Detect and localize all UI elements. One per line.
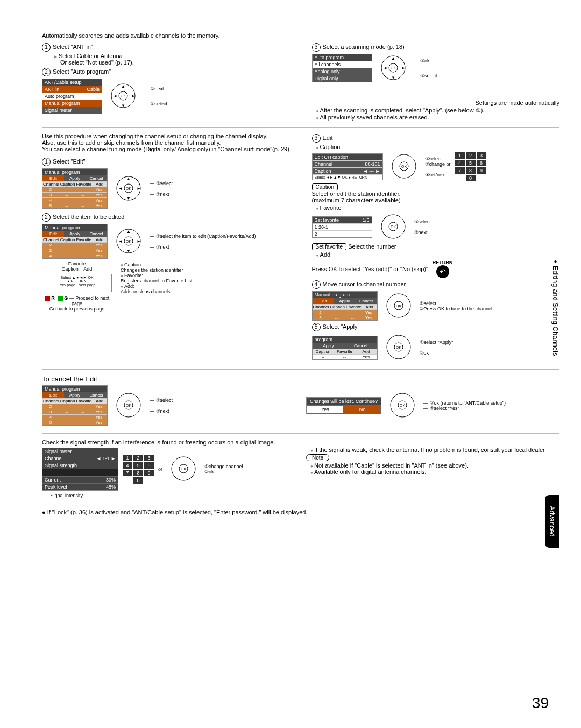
remote-dpad-icon: OK▲▼◄► (380, 54, 407, 82)
svg-text:▼: ▼ (121, 103, 125, 108)
svg-text:OK: OK (395, 304, 401, 308)
svg-text:▼: ▼ (391, 75, 395, 80)
m2-title: Select the item to be edited (53, 214, 124, 220)
svg-text:▲: ▲ (126, 176, 131, 181)
signal-b1: If the signal is weak, check the antenna… (310, 447, 559, 453)
arrow-icon (54, 53, 59, 59)
intro-text: Automatically searches and adds availabl… (42, 32, 559, 39)
svg-text:►: ► (131, 94, 136, 98)
keypad: 123 456 789 0 (123, 455, 154, 484)
setfav-desc: Select the number (348, 243, 396, 250)
edit-ch-caption-box: Edit CH caption Channel80-101 Caption◄ -… (312, 153, 383, 180)
setfav-pill: Set favorite (312, 243, 347, 250)
green-button-icon (58, 296, 63, 301)
remote-dpad-icon: OK (385, 292, 412, 320)
svg-text:◄: ◄ (383, 66, 387, 70)
svg-text:OK: OK (390, 66, 395, 70)
svg-text:◄: ◄ (118, 239, 123, 244)
cancel-table: Manual program EditApplyCancel ChannelCa… (42, 385, 108, 426)
svg-text:OK: OK (400, 404, 405, 407)
favorite-label: Favorite (42, 261, 112, 266)
auto-program-menu: Auto program All channels Analog only Di… (312, 54, 372, 82)
cancel-title: To cancel the Edit (42, 375, 559, 383)
nav-next-label: next (155, 86, 164, 91)
caption-label: Caption (62, 266, 79, 272)
remote-dpad-icon: OK (170, 455, 197, 483)
step3-title: Select a scanning mode (p. 18) (323, 44, 405, 50)
remote-dpad-icon: OK (115, 392, 142, 420)
manual-intro-3: You can select a channel tuning mode (Di… (42, 146, 290, 152)
manual-program-table-2: Manual program EditApplyCancel ChannelCa… (42, 224, 108, 259)
svg-text:OK: OK (181, 467, 186, 471)
caption-desc2: (maximum 7 characters available) (312, 197, 560, 203)
side-tab-advanced: Advanced (545, 495, 559, 548)
e3-caption: Caption (316, 144, 560, 150)
add-desc: Press OK to select "Yes (add)" or "No (s… (312, 266, 428, 272)
remote-dpad-icon: OK (380, 213, 407, 241)
svg-text:◄: ◄ (118, 186, 123, 191)
page-number: 39 (532, 695, 549, 712)
step1-sub1: Select Cable or Antenna (59, 53, 123, 59)
svg-text:OK: OK (390, 225, 395, 229)
svg-text:▲: ▲ (126, 229, 131, 234)
svg-text:OK: OK (401, 165, 406, 168)
nav-select-label: select (155, 101, 168, 107)
red-button-icon (45, 296, 50, 301)
after-scan-b2: All previously saved channels are erased… (316, 114, 560, 121)
keypad: 123 456 789 0 (455, 152, 486, 181)
step-2: 2 (42, 68, 51, 76)
manual-intro-2: Also, use this to add or skip channels f… (42, 139, 290, 146)
manual-intro-1: Use this procedure when changing the cha… (42, 133, 290, 139)
remote-dpad-icon: OK▲▼◄► (115, 175, 142, 203)
remote-dpad-icon: OK▲▼◄► (115, 228, 142, 256)
menu-title: ANT/Cable setup (42, 79, 102, 86)
svg-text:►: ► (137, 186, 141, 191)
confirm-dialog: Changes will be lost. Continue? YesNo (306, 397, 381, 414)
e4-title: Move cursor to channel number (323, 281, 406, 287)
step-1: 1 (42, 43, 51, 52)
signal-intensity-label: Signal intensity (51, 493, 83, 498)
manual-program-table: Manual program EditApplyCancel ChannelCa… (42, 168, 108, 209)
m1-title: Select "Edit" (53, 158, 85, 165)
signal-meter-box: Signal meter Channel◄ 1-1 ► Signal stren… (42, 448, 118, 491)
caption-pill: Caption (312, 183, 338, 190)
after-scan-b1: After the scanning is completed, select … (316, 107, 560, 114)
svg-text:▼: ▼ (126, 196, 131, 201)
svg-text:OK: OK (395, 345, 401, 349)
svg-text:▲: ▲ (121, 84, 125, 89)
svg-text:►: ► (401, 66, 406, 70)
signal-intro: Check the signal strength if an interfer… (42, 439, 559, 446)
remote-dpad-icon: OK▲▼◄► (110, 82, 137, 110)
program-apply-table: program ApplyCancel CaptionFavoriteAdd -… (312, 336, 378, 360)
note-pill: Note (306, 454, 329, 461)
signal-b3: Available only for digital antenna chann… (310, 469, 559, 475)
ant-cable-menu: ANT/Cable setup ANT inCable Auto program… (42, 79, 102, 114)
signal-b2: Not available if "Cable" is selected in … (310, 462, 559, 469)
return-label: RETURN (433, 260, 453, 265)
e3-title: Edit (323, 135, 333, 141)
caption-desc1: Select or edit the station identifier. (312, 190, 560, 197)
step-3: 3 (312, 43, 321, 52)
step1-sub2: Or select "Not used" (p. 17). (60, 59, 290, 66)
step1-title: Select "ANT in" (53, 44, 93, 50)
remote-dpad-icon: OK (389, 392, 416, 420)
svg-text:OK: OK (126, 239, 131, 243)
svg-text:▼: ▼ (126, 249, 131, 253)
add-label: Add (316, 251, 560, 258)
goback-text: Go back to previous page (42, 306, 112, 312)
manual-program-table-3: Manual program EditApplyCancel ChannelCa… (312, 291, 378, 321)
remote-dpad-icon: OK (385, 334, 412, 362)
svg-text:OK: OK (126, 404, 131, 407)
return-icon: ↶ (436, 265, 449, 278)
svg-text:◄: ◄ (113, 94, 117, 98)
add-label: Add (83, 266, 92, 272)
svg-text:OK: OK (126, 187, 131, 190)
favorite-label: Favorite (316, 204, 560, 211)
svg-text:▲: ▲ (391, 56, 395, 61)
set-favorite-box: Set favorite 1/3 1 26-1 2 (312, 216, 372, 238)
auto-settings-text: Settings are made automatically (312, 100, 560, 106)
remote-dpad-icon: OK (391, 153, 417, 181)
svg-text:OK: OK (121, 94, 126, 98)
side-tab-editing: Editing and Setting Channels (551, 258, 559, 356)
step2-title: Select "Auto program" (53, 68, 111, 75)
